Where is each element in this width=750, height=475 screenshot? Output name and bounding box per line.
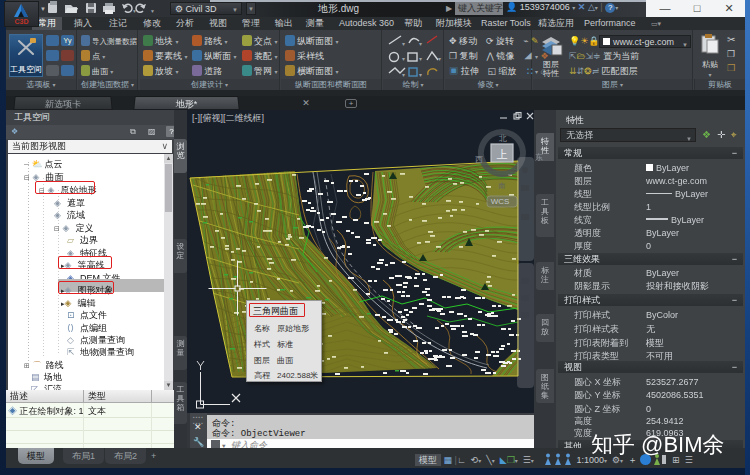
svg-text:上: 上 xyxy=(497,148,508,160)
svg-text:▾: ▾ xyxy=(438,56,441,62)
svg-text:南: 南 xyxy=(499,182,506,189)
svg-text:▾: ▾ xyxy=(419,72,422,78)
svg-text:▾: ▾ xyxy=(402,41,405,47)
svg-text:▼: ▼ xyxy=(132,8,137,14)
svg-text:▾: ▾ xyxy=(402,56,405,62)
svg-text:WCS: WCS xyxy=(491,197,510,206)
svg-text:▼: ▼ xyxy=(150,8,155,14)
svg-text:▾: ▾ xyxy=(419,56,422,62)
svg-text:▾: ▾ xyxy=(419,41,422,47)
svg-text:北: 北 xyxy=(498,134,507,143)
svg-text:[-][俯视][二维线框]: [-][俯视][二维线框] xyxy=(192,113,264,123)
svg-text:西: 西 xyxy=(475,155,483,164)
svg-text:▾: ▾ xyxy=(402,72,405,78)
